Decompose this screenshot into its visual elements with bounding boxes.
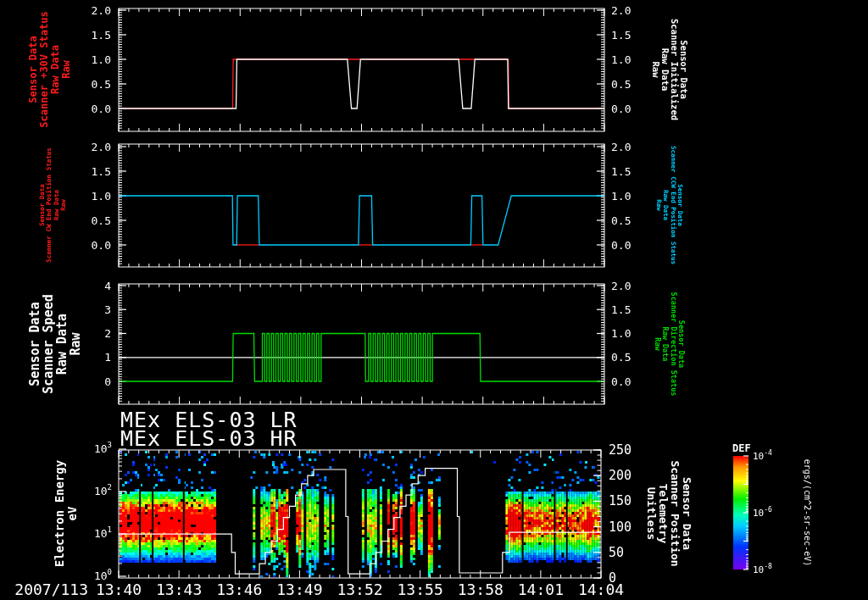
panel-scanner-30v-right-axis-title: Sensor DataScanner InitializedRaw DataRa… bbox=[651, 19, 689, 120]
panel-end-position-right-axis-title-line: Raw bbox=[655, 199, 663, 211]
ytick-left: 2.0 bbox=[92, 4, 111, 17]
electron-energy-axis-title-line: eV bbox=[65, 506, 79, 520]
plots-svg: 0.00.51.01.52.00.00.51.01.52.0Sensor Dat… bbox=[0, 0, 868, 600]
energy-tick-label: 101 bbox=[94, 525, 112, 540]
ytick-right: 0.5 bbox=[611, 351, 631, 364]
scanner-plus-30v-status-trace bbox=[119, 59, 604, 108]
panel-end-position-left-axis-title: Sensor DataScanner CW End Position Statu… bbox=[38, 147, 68, 262]
panel-speed: 012340.00.51.01.52.0 bbox=[104, 280, 631, 405]
ytick-left: 0 bbox=[104, 375, 111, 388]
colorbar: DEF10-410-610-8 bbox=[732, 442, 772, 575]
energy-tick-label: 103 bbox=[94, 441, 112, 455]
electron-energy-axis-title-line: Electron Energy bbox=[53, 459, 66, 567]
panel-end-position-frame bbox=[119, 144, 604, 267]
time-tick-label: 13:58 bbox=[458, 581, 504, 598]
scanner-position-axis-title-line: Unitless bbox=[645, 487, 658, 541]
panel-speed-left-axis-title: Sensor DataScanner SpeedRaw DataRaw bbox=[27, 294, 83, 393]
panel-end-position: 0.00.51.01.52.00.00.51.01.52.0 bbox=[92, 141, 632, 268]
colorbar-tick-label: 10-8 bbox=[753, 563, 772, 575]
panel-scanner-30v-right-axis-title-line: Raw bbox=[651, 62, 661, 79]
panel-speed-right-axis-title-line: Sensor Data bbox=[677, 320, 686, 368]
panel-speed-right-axis-title: Sensor DataScanner Direction StatusRaw D… bbox=[654, 292, 687, 397]
panel-scanner-30v-frame bbox=[119, 8, 604, 131]
panel-speed-left-axis-title-line: Raw bbox=[68, 331, 83, 355]
ytick-left: 2 bbox=[104, 327, 111, 340]
position-tick-label: 250 bbox=[609, 442, 632, 458]
ytick-right: 0.0 bbox=[611, 103, 631, 115]
colorbar-tick-label: 10-4 bbox=[753, 449, 772, 462]
scanner-position-axis-title-line: Telemetry bbox=[657, 484, 670, 544]
scanner-position-axis-title-line: Scanner Position bbox=[669, 460, 682, 566]
screenshot-root: 0.00.51.01.52.00.00.51.01.52.0Sensor Dat… bbox=[0, 0, 868, 600]
panel-speed-frame bbox=[119, 284, 604, 404]
ytick-right: 1.0 bbox=[611, 53, 631, 66]
scanner-position-axis-title: Sensor DataScanner PositionTelemetryUnit… bbox=[645, 460, 693, 566]
time-axis: 2007/11313:4013:4313:4613:4913:5213:5513… bbox=[14, 581, 624, 598]
panel-speed-right-axis-title-line: Raw bbox=[654, 337, 662, 351]
scanner-initialized-trace bbox=[119, 59, 604, 108]
panel-scanner-30v-left-axis-title-line: Raw Data bbox=[49, 45, 61, 94]
ytick-left: 1.0 bbox=[92, 190, 111, 203]
time-tick-label: 13:55 bbox=[398, 581, 443, 598]
ytick-right: 2.0 bbox=[611, 280, 631, 292]
panel-speed-right-axis-title-line: Scanner Direction Status bbox=[670, 292, 678, 397]
time-tick-label: 13:46 bbox=[216, 581, 262, 598]
ytick-right: 0.0 bbox=[611, 375, 631, 388]
ytick-right: 1.5 bbox=[611, 165, 631, 178]
ytick-right: 0.5 bbox=[611, 214, 631, 227]
time-tick-label: 13:40 bbox=[96, 581, 142, 598]
electron-energy-axis-title: Electron EnergyeV bbox=[53, 459, 79, 567]
scanner-position-telemetry-line bbox=[119, 469, 601, 575]
ytick-left: 1.0 bbox=[92, 53, 111, 66]
colorbar-tick-label: 10-6 bbox=[753, 506, 772, 519]
panel-scanner-30v-left-axis-title: Sensor DataScanner +30V StatusRaw DataRa… bbox=[27, 11, 72, 127]
panel-end-position-left-axis-title-line: Raw bbox=[59, 199, 67, 211]
ytick-right: 1.0 bbox=[611, 327, 631, 340]
panel-spectrogram: 100101102103050100150200250 bbox=[94, 441, 632, 586]
panel-scanner-30v: 0.00.51.01.52.00.00.51.01.52.0 bbox=[92, 4, 632, 132]
ytick-right: 0.0 bbox=[611, 239, 631, 252]
ytick-left: 0.0 bbox=[92, 103, 111, 115]
ytick-left: 0.5 bbox=[92, 214, 111, 227]
ytick-right: 1.5 bbox=[611, 29, 631, 42]
scanner-ccw-end-position-trace bbox=[119, 196, 604, 245]
ytick-right: 1.5 bbox=[611, 303, 631, 316]
ytick-left: 1.5 bbox=[92, 165, 111, 178]
panel-end-position-right-axis-title: Sensor DataScanner CCW End Position Stat… bbox=[655, 146, 685, 264]
ytick-left: 4 bbox=[104, 280, 111, 292]
time-tick-label: 13:43 bbox=[156, 581, 202, 598]
ytick-left: 1 bbox=[104, 351, 111, 364]
energy-tick-label: 102 bbox=[94, 483, 112, 497]
ytick-right: 2.0 bbox=[611, 4, 631, 17]
position-tick-label: 100 bbox=[609, 519, 632, 535]
time-tick-label: 13:52 bbox=[337, 581, 382, 598]
spectrogram-frame bbox=[119, 450, 601, 578]
ytick-right: 2.0 bbox=[611, 141, 631, 153]
position-tick-label: 200 bbox=[609, 468, 632, 483]
ytick-left: 0.5 bbox=[92, 78, 111, 91]
panel-scanner-30v-left-axis-title-line: Raw bbox=[60, 59, 72, 78]
ytick-right: 0.5 bbox=[611, 78, 631, 91]
position-tick-label: 150 bbox=[609, 493, 632, 508]
position-tick-label: 50 bbox=[609, 545, 624, 560]
ytick-left: 0.0 bbox=[92, 239, 111, 252]
time-tick-label: 14:01 bbox=[518, 581, 564, 598]
colorbar-unit-label: ergs/(cm^2-sr-sec-eV) bbox=[803, 459, 812, 566]
time-tick-label: 14:04 bbox=[578, 581, 624, 598]
time-tick-label: 13:49 bbox=[276, 581, 322, 598]
panel-speed-right-axis-title-line: Raw Data bbox=[661, 327, 670, 362]
ytick-left: 3 bbox=[104, 303, 111, 316]
ytick-left: 2.0 bbox=[92, 141, 111, 153]
colorbar-title: DEF bbox=[732, 442, 751, 454]
panel-scanner-30v-left-axis-title-line: Scanner +30V Status bbox=[38, 11, 50, 127]
spectrogram-title-hr: MEx ELS-03 HR bbox=[120, 426, 298, 451]
panel-scanner-30v-left-axis-title-line: Sensor Data bbox=[27, 36, 39, 103]
date-label: 2007/113 bbox=[14, 581, 88, 598]
scanner-position-axis-title-line: Sensor Data bbox=[681, 477, 693, 550]
colorbar-unit-text: ergs/(cm^2-sr-sec-eV) bbox=[803, 459, 812, 566]
ytick-right: 1.0 bbox=[611, 190, 631, 203]
ytick-left: 1.5 bbox=[92, 29, 111, 42]
